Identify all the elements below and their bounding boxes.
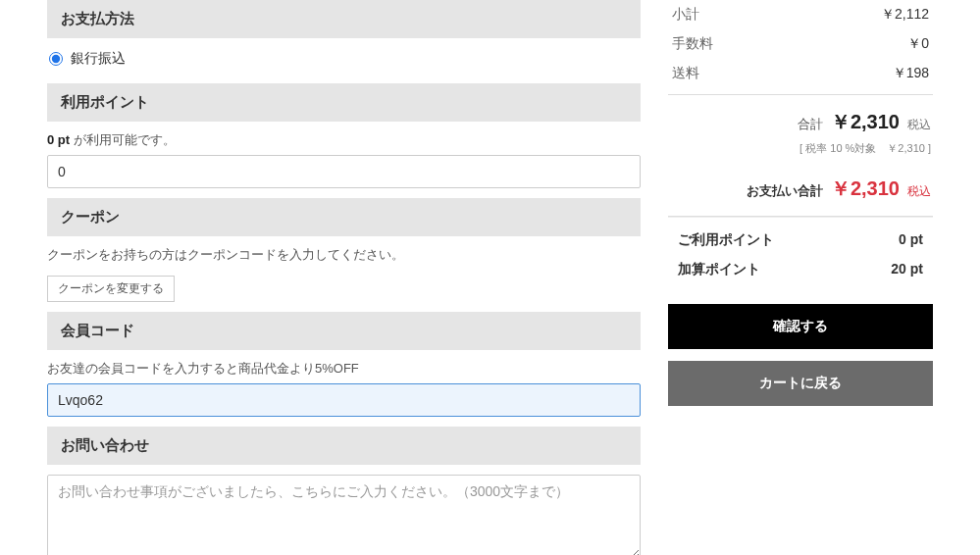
subtotal-row: 小計 ￥2,112: [668, 0, 933, 29]
shipping-row: 送料 ￥198: [668, 59, 933, 88]
shipping-label: 送料: [672, 65, 699, 82]
divider: [668, 94, 933, 95]
fee-row: 手数料 ￥0: [668, 29, 933, 59]
coupon-change-button[interactable]: クーポンを変更する: [47, 276, 175, 302]
subtotal-value: ￥2,112: [881, 6, 929, 24]
points-available-amount: 0 pt: [47, 132, 70, 147]
points-header: 利用ポイント: [47, 83, 641, 122]
points-available-text: 0 pt が利用可能です。: [47, 122, 641, 155]
member-code-input[interactable]: [47, 383, 641, 417]
points-summary-box: ご利用ポイント 0 pt 加算ポイント 20 pt: [668, 217, 933, 292]
inquiry-header: お問い合わせ: [47, 427, 641, 465]
subtotal-label: 小計: [672, 6, 699, 24]
confirm-button[interactable]: 確認する: [668, 304, 933, 349]
coupon-header: クーポン: [47, 198, 641, 236]
member-code-header: 会員コード: [47, 312, 641, 350]
pay-total-label: お支払い合計: [747, 182, 823, 200]
fee-label: 手数料: [672, 35, 713, 53]
total-row: 合計 ￥2,310 税込: [668, 101, 933, 137]
points-available-suffix: が利用可能です。: [70, 132, 176, 147]
payment-option-row[interactable]: 銀行振込: [47, 38, 641, 74]
points-input[interactable]: [47, 155, 641, 188]
earn-points-row: 加算ポイント 20 pt: [678, 255, 923, 284]
fee-value: ￥0: [907, 35, 929, 53]
payment-method-header: お支払方法: [47, 0, 641, 38]
total-tax: 税込: [907, 117, 931, 133]
tax-detail: [ 税率 10 %対象 ￥2,310 ]: [668, 137, 933, 166]
payment-option-label: 銀行振込: [71, 50, 126, 68]
total-label: 合計: [798, 116, 823, 133]
coupon-hint: クーポンをお持ちの方はクーポンコードを入力してください。: [47, 236, 641, 270]
inquiry-textarea[interactable]: [47, 475, 641, 555]
member-code-hint: お友達の会員コードを入力すると商品代金より5%OFF: [47, 350, 641, 383]
pay-total-tax: 税込: [907, 183, 931, 200]
pay-total-value: ￥2,310: [831, 176, 900, 202]
shipping-value: ￥198: [893, 65, 929, 82]
earn-points-value: 20 pt: [891, 261, 923, 278]
used-points-value: 0 pt: [899, 231, 923, 249]
used-points-label: ご利用ポイント: [678, 231, 774, 249]
total-value: ￥2,310: [831, 109, 900, 135]
back-to-cart-button[interactable]: カートに戻る: [668, 361, 933, 406]
used-points-row: ご利用ポイント 0 pt: [678, 226, 923, 255]
payment-option-radio[interactable]: [49, 52, 63, 66]
pay-total-row: お支払い合計 ￥2,310 税込: [668, 166, 933, 217]
earn-points-label: 加算ポイント: [678, 261, 760, 278]
